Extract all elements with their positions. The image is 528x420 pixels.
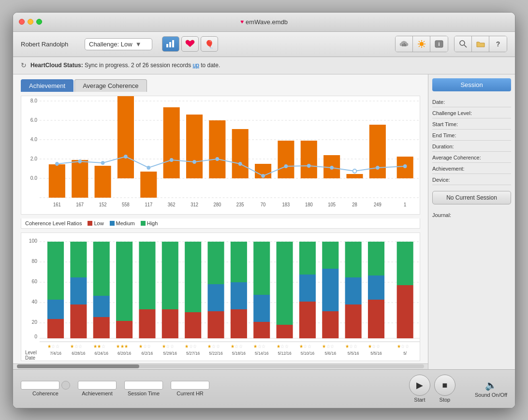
svg-text:5/5/16: 5/5/16 bbox=[348, 350, 359, 355]
svg-rect-108 bbox=[231, 282, 247, 309]
svg-rect-121 bbox=[345, 304, 362, 338]
svg-text:7/4/16: 7/4/16 bbox=[50, 350, 61, 355]
svg-rect-41 bbox=[369, 125, 386, 178]
coherence-meter-group: Coherence bbox=[21, 381, 70, 396]
svg-text:☆: ☆ bbox=[56, 343, 60, 348]
svg-text:40: 40 bbox=[32, 298, 38, 304]
svg-rect-89 bbox=[47, 242, 64, 300]
tab-avg-coherence[interactable]: Average Coherence bbox=[74, 79, 147, 92]
start-label: Start bbox=[414, 397, 425, 403]
current-hr-meter-group: Current HR bbox=[171, 381, 209, 396]
svg-text:167: 167 bbox=[76, 202, 84, 207]
svg-rect-88 bbox=[47, 300, 64, 319]
tab-achievement[interactable]: Achievement bbox=[21, 79, 73, 92]
svg-rect-117 bbox=[299, 242, 316, 275]
current-hr-bar bbox=[171, 381, 209, 390]
svg-text:☆: ☆ bbox=[189, 343, 193, 348]
svg-text:★: ★ bbox=[322, 343, 326, 348]
achievement-label: Achievement bbox=[82, 391, 113, 396]
svg-rect-118 bbox=[322, 311, 338, 338]
sun-icon-button[interactable] bbox=[413, 36, 430, 52]
svg-text:183: 183 bbox=[282, 202, 290, 207]
tab-bar: Achievement Average Coherence bbox=[13, 74, 428, 92]
svg-rect-124 bbox=[368, 300, 384, 338]
current-hr-label: Current HR bbox=[176, 391, 204, 396]
svg-text:☆: ☆ bbox=[166, 343, 170, 348]
session-time-bar bbox=[124, 381, 163, 390]
svg-text:★: ★ bbox=[299, 343, 304, 348]
svg-text:☆: ☆ bbox=[353, 343, 358, 348]
help-button[interactable]: ? bbox=[489, 36, 507, 52]
svg-text:235: 235 bbox=[236, 202, 244, 207]
svg-rect-38 bbox=[301, 141, 317, 178]
no-session-button[interactable]: No Current Session bbox=[432, 191, 511, 204]
svg-text:☆: ☆ bbox=[349, 343, 353, 348]
toolbar: Robert Randolph Challenge: Low ▼ 🎈 bbox=[13, 32, 515, 57]
svg-text:5/18/16: 5/18/16 bbox=[232, 350, 246, 355]
svg-rect-107 bbox=[231, 309, 247, 338]
svg-point-49 bbox=[192, 160, 196, 164]
svg-rect-127 bbox=[397, 285, 413, 338]
challenge-dropdown[interactable]: Challenge: Low ▼ bbox=[85, 38, 152, 50]
svg-rect-119 bbox=[322, 269, 338, 311]
start-button[interactable]: ▶ bbox=[409, 375, 430, 396]
svg-text:★: ★ bbox=[253, 343, 258, 348]
search-button[interactable] bbox=[455, 36, 472, 52]
svg-text:☆: ☆ bbox=[308, 343, 312, 348]
field-start-time: Start Time: bbox=[432, 119, 511, 130]
svg-text:☆: ☆ bbox=[216, 343, 220, 348]
folder-button[interactable] bbox=[472, 36, 489, 52]
scrollbar-thumb[interactable] bbox=[17, 364, 139, 368]
bar-chart-view-button[interactable] bbox=[162, 36, 179, 52]
field-achievement: Achievement: bbox=[432, 164, 511, 174]
svg-text:☆: ☆ bbox=[376, 343, 381, 348]
svg-text:★: ★ bbox=[368, 343, 372, 348]
sound-icon[interactable]: 🔈 bbox=[485, 379, 497, 391]
scrollbar[interactable] bbox=[13, 363, 428, 369]
svg-text:★: ★ bbox=[185, 343, 189, 348]
svg-rect-123 bbox=[345, 242, 362, 277]
start-group: ▶ Start bbox=[409, 375, 430, 403]
svg-text:1: 1 bbox=[404, 202, 406, 207]
svg-text:★: ★ bbox=[162, 343, 166, 348]
svg-point-55 bbox=[330, 166, 334, 170]
svg-rect-0 bbox=[166, 44, 168, 47]
svg-rect-111 bbox=[253, 295, 270, 322]
journal-label: Journal: bbox=[432, 212, 451, 218]
maximize-button[interactable] bbox=[36, 19, 42, 25]
session-tab[interactable]: Session bbox=[432, 78, 511, 91]
svg-line-10 bbox=[419, 46, 420, 47]
svg-text:5/29/16: 5/29/16 bbox=[163, 350, 177, 355]
coherence-chart: 100 80 60 40 20 0 bbox=[21, 232, 420, 361]
svg-text:28: 28 bbox=[352, 202, 357, 207]
up-to-date-link[interactable]: up bbox=[192, 62, 199, 69]
svg-text:★: ★ bbox=[70, 343, 74, 348]
scrollbar-track bbox=[17, 364, 424, 368]
svg-text:☆: ☆ bbox=[303, 343, 308, 348]
svg-text:☆: ☆ bbox=[147, 343, 151, 348]
svg-text:★: ★ bbox=[124, 343, 129, 348]
svg-text:2.0: 2.0 bbox=[30, 155, 38, 161]
heart-icon: ♥ bbox=[240, 18, 244, 25]
stop-button[interactable]: ■ bbox=[434, 375, 455, 396]
field-avg-coherence: Average Coherence: bbox=[432, 153, 511, 163]
svg-line-15 bbox=[464, 45, 467, 47]
svg-text:100: 100 bbox=[29, 237, 37, 243]
svg-text:117: 117 bbox=[145, 202, 152, 207]
info-icon-button[interactable]: i bbox=[430, 36, 448, 52]
svg-rect-37 bbox=[278, 141, 294, 178]
heart-view-button[interactable] bbox=[181, 36, 199, 52]
balloon-view-button[interactable]: 🎈 bbox=[201, 36, 218, 52]
minimize-button[interactable] bbox=[28, 19, 33, 25]
svg-rect-91 bbox=[70, 277, 87, 304]
status-bar: ↻ HeartCloud Status: Sync in progress. 2… bbox=[13, 57, 515, 74]
svg-text:☆: ☆ bbox=[143, 343, 147, 348]
cloud-icon-button[interactable] bbox=[396, 36, 413, 52]
chevron-down-icon: ▼ bbox=[135, 41, 142, 48]
svg-line-9 bbox=[424, 46, 425, 47]
traffic-lights bbox=[19, 19, 42, 25]
svg-rect-34 bbox=[209, 120, 225, 178]
svg-text:161: 161 bbox=[53, 202, 61, 207]
svg-rect-120 bbox=[322, 242, 338, 269]
close-button[interactable] bbox=[19, 19, 25, 25]
